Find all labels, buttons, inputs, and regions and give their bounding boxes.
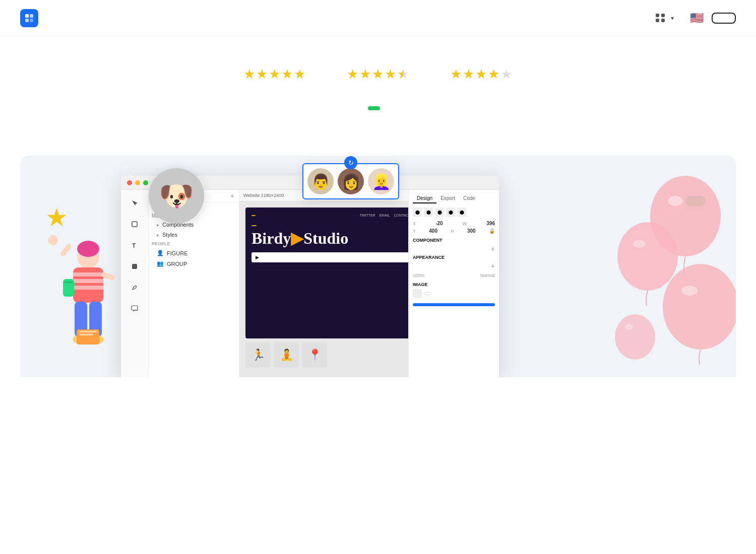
add-layer-icon[interactable]: + — [231, 193, 234, 199]
layer-item-person1[interactable]: 👤 FIGURE — [149, 248, 239, 258]
canvas-size: Website 1180×2400 — [243, 193, 284, 198]
nav-links — [64, 14, 648, 22]
svg-rect-3 — [30, 19, 33, 22]
thumb-1: 🏃 — [245, 342, 271, 368]
appearance-section: APPEARANCE — [413, 255, 495, 260]
floating-heart-2: ♡ — [212, 173, 221, 185]
nav-request-features[interactable] — [80, 14, 94, 22]
layer-label-styles: Styles — [162, 232, 177, 238]
nav-contact: CONTACT — [394, 214, 408, 217]
layer-item-styles[interactable]: ▸ Styles — [149, 230, 239, 240]
index-badge — [251, 215, 256, 216]
props-h-label: H — [451, 229, 454, 234]
svg-point-30 — [633, 240, 645, 248]
play-icon: ▶ — [256, 255, 259, 260]
align-top[interactable]: ⬤ — [446, 207, 455, 217]
birdy-title: Birdy▶Studio — [251, 230, 408, 246]
floating-dog: 🐶 — [149, 168, 204, 224]
svg-point-29 — [617, 222, 678, 291]
nav-backlog[interactable] — [128, 14, 142, 22]
align-center-h[interactable]: ⬤ — [424, 207, 433, 217]
site-nav: TWITTER EMAIL CONTACT — [360, 214, 408, 217]
align-left[interactable]: ⬤ — [413, 207, 422, 217]
stars-3: ★★★★★ — [450, 66, 513, 82]
thumb-3: 📍 — [302, 342, 327, 368]
layer-label-group: GROUP — [167, 261, 187, 267]
svg-rect-2 — [25, 19, 29, 22]
properties-panel: Design Export Code ⬤ ⬤ ⬤ ⬤ ⬤ X -20 W — [408, 190, 499, 377]
refresh-icon[interactable]: ↻ — [344, 156, 357, 169]
svg-point-33 — [615, 314, 655, 360]
website-topbar: TWITTER EMAIL CONTACT — [251, 214, 408, 217]
review-3: ★★★★★ — [450, 66, 513, 86]
stars-1: ★★★★★ — [243, 66, 306, 82]
svg-point-32 — [681, 286, 698, 296]
products-dropdown-button[interactable]: ▾ — [648, 10, 682, 27]
svg-point-28 — [668, 196, 683, 206]
svg-rect-10 — [73, 286, 103, 290]
props-x-label: X — [413, 221, 416, 226]
screenshot-inner: ★ — [20, 156, 736, 377]
nav-pricing[interactable] — [144, 14, 158, 22]
svg-rect-0 — [25, 14, 29, 18]
svg-rect-20 — [79, 334, 93, 335]
align-right[interactable]: ⬤ — [435, 207, 444, 217]
remove-background-button[interactable] — [413, 303, 495, 306]
floating-faces: 👨 👩 👱‍♀️ ↻ — [302, 163, 399, 199]
review-1: ★★★★★ — [243, 66, 306, 86]
language-flag[interactable]: 🇺🇸 — [690, 12, 704, 25]
props-w-value: 396 — [486, 221, 495, 226]
navbar: ▾ 🇺🇸 — [0, 0, 756, 36]
props-y-label: Y — [413, 229, 416, 234]
svg-rect-15 — [59, 243, 73, 257]
opacity-label: 100% — [413, 273, 424, 278]
grid-icon — [656, 14, 665, 23]
canvas-area[interactable]: Website 1180×2400 TWITTER EMAIL — [239, 190, 408, 377]
minimize-dot — [135, 180, 140, 185]
logo-link[interactable] — [20, 9, 43, 27]
svg-rect-19 — [79, 331, 97, 332]
props-x-value: -20 — [435, 221, 443, 226]
tab-export[interactable]: Export — [436, 194, 459, 203]
component-section: COMPONENT — [413, 238, 495, 243]
props-x-row: X -20 W 396 — [413, 221, 495, 226]
lock-icon[interactable]: 🔒 — [489, 228, 495, 234]
balloon-group — [615, 156, 736, 377]
signin-button[interactable] — [712, 13, 736, 24]
chevron-down-icon: ▾ — [671, 15, 674, 22]
layer-item-person2[interactable]: 👥 GROUP — [149, 258, 239, 269]
layer-label-person: FIGURE — [167, 250, 188, 256]
props-y-row: Y 400 H 300 🔒 — [413, 228, 495, 234]
svg-rect-1 — [30, 14, 33, 18]
floating-heart-1: ♡ — [123, 163, 136, 180]
hero-subtext-line — [30, 106, 726, 110]
props-tab-bar: Design Export Code — [413, 194, 495, 203]
replace-image-button[interactable] — [424, 292, 431, 295]
review-2: ★★★★ ★ ★ — [347, 66, 410, 86]
nav-email: EMAIL — [380, 214, 390, 217]
svg-point-6 — [77, 241, 99, 257]
screenshot-section: ★ — [20, 156, 736, 377]
maximize-dot — [143, 180, 148, 185]
props-w-label: W — [463, 221, 467, 226]
opacity-row: 100% Normal — [413, 273, 495, 278]
nav-features[interactable] — [112, 14, 126, 22]
tab-code[interactable]: Code — [459, 194, 479, 203]
canvas-thumbs: 🏃 🧘 📍 — [245, 342, 402, 368]
robin-badge — [251, 225, 257, 226]
props-y-value: 400 — [429, 228, 437, 234]
close-dot — [127, 180, 132, 185]
new-badge — [368, 106, 380, 110]
align-center-v[interactable]: ⬤ — [457, 207, 466, 217]
add-appearance[interactable]: + — [491, 262, 495, 270]
svg-point-34 — [625, 324, 633, 330]
tab-design[interactable]: Design — [413, 194, 436, 203]
add-component[interactable]: + — [491, 245, 495, 253]
svg-point-31 — [663, 264, 736, 350]
video-row: ▶ — [251, 252, 408, 262]
layer-expand-icon-2: ▸ — [157, 232, 159, 238]
svg-rect-8 — [73, 272, 103, 276]
nav-release-notes[interactable] — [96, 14, 110, 22]
nav-documentation[interactable] — [64, 14, 78, 22]
svg-point-17 — [48, 235, 58, 245]
